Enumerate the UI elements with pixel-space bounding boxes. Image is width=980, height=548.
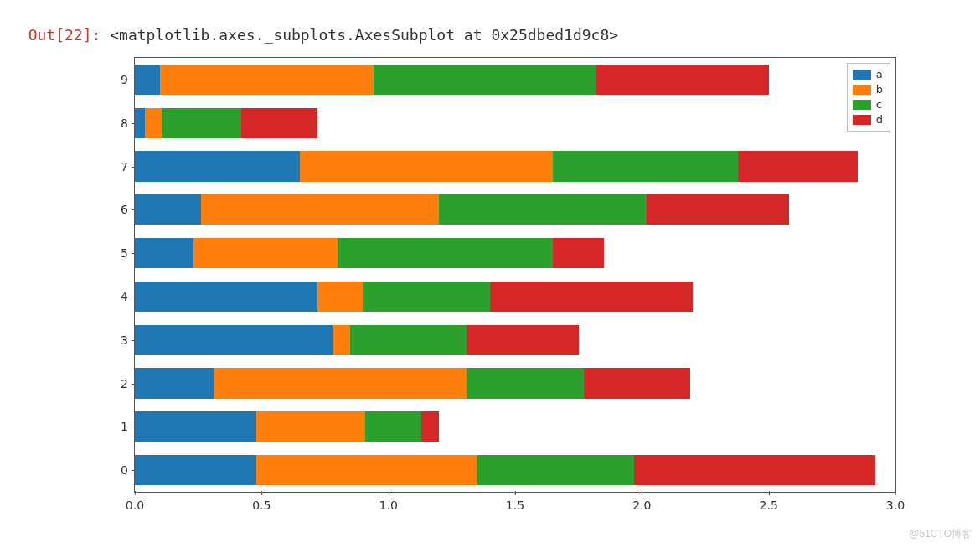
bar-segment-a xyxy=(135,194,201,225)
y-tick-label: 5 xyxy=(121,246,135,260)
y-tick-label: 8 xyxy=(121,116,135,130)
bar-segment-c xyxy=(467,368,583,398)
y-tick-label: 6 xyxy=(121,203,135,216)
legend-swatch-a xyxy=(853,70,871,80)
y-tick-label: 7 xyxy=(121,160,135,173)
bar-segment-b xyxy=(317,282,363,312)
chart-figure: a b c d 01234567890.00.51.01.52.02.53.0 xyxy=(92,42,913,520)
notebook-output-line: Out[22]: <matplotlib.axes._subplots.Axes… xyxy=(10,5,618,45)
bar-segment-a xyxy=(135,282,317,312)
x-tick-label: 2.5 xyxy=(760,492,778,512)
bar-segment-d xyxy=(553,238,604,268)
legend-label-b: b xyxy=(876,82,883,97)
bar-segment-c xyxy=(363,282,489,312)
bar-segment-c xyxy=(162,108,241,138)
bar-segment-c xyxy=(365,411,421,442)
plot-area: a b c d 01234567890.00.51.01.52.02.53.0 xyxy=(134,57,896,493)
x-tick-label: 1.0 xyxy=(379,492,398,512)
bar-segment-a xyxy=(135,151,300,181)
bar-segment-d xyxy=(490,282,693,312)
legend-label-c: c xyxy=(876,97,882,112)
bar-segment-b xyxy=(160,65,373,95)
bar-segment-c xyxy=(374,65,596,95)
bar-segment-d xyxy=(738,151,857,181)
legend-entry-b: b xyxy=(853,82,883,97)
y-tick-label: 0 xyxy=(121,463,135,477)
legend-swatch-d xyxy=(853,115,871,125)
bar-segment-a xyxy=(135,325,333,355)
output-prompt: Out[22]: xyxy=(28,26,111,44)
x-tick-label: 0.5 xyxy=(252,492,271,512)
bar-segment-b xyxy=(256,411,365,442)
y-tick-label: 3 xyxy=(121,333,135,347)
bar-segment-b xyxy=(214,368,467,398)
bar-segment-c xyxy=(553,151,738,181)
bar-segment-b xyxy=(145,108,162,138)
bar-segment-d xyxy=(467,325,578,355)
y-tick-label: 4 xyxy=(121,290,135,303)
legend-label-a: a xyxy=(876,67,883,82)
watermark: @51CTO博客 xyxy=(909,527,972,541)
x-tick-label: 1.5 xyxy=(506,492,524,512)
bar-segment-a xyxy=(135,238,193,268)
legend-entry-a: a xyxy=(853,67,883,82)
bar-segment-a xyxy=(135,108,145,138)
bar-segment-c xyxy=(439,194,647,225)
legend-swatch-b xyxy=(853,85,871,95)
bar-segment-d xyxy=(584,368,690,398)
bar-segment-b xyxy=(333,325,350,355)
bar-segment-c xyxy=(338,238,553,268)
bar-segment-b xyxy=(201,194,440,225)
bar-segment-a xyxy=(135,411,256,442)
bar-segment-c xyxy=(350,325,467,355)
x-tick-label: 2.0 xyxy=(632,492,651,512)
bar-segment-b xyxy=(193,238,338,268)
legend-entry-c: c xyxy=(853,97,883,112)
bar-segment-d xyxy=(241,108,317,138)
bar-segment-d xyxy=(634,455,875,485)
bar-segment-c xyxy=(477,455,635,485)
legend-label-d: d xyxy=(876,112,883,127)
bar-segment-b xyxy=(300,151,554,181)
bar-segment-d xyxy=(596,65,769,95)
legend: a b c d xyxy=(847,63,890,132)
bar-segment-d xyxy=(647,194,788,225)
bar-segment-b xyxy=(256,455,477,485)
bar-segment-a xyxy=(135,65,160,95)
bar-segment-a xyxy=(135,368,214,398)
x-tick-label: 3.0 xyxy=(886,492,905,512)
legend-swatch-c xyxy=(853,100,871,110)
y-tick-label: 2 xyxy=(121,377,135,390)
x-tick-label: 0.0 xyxy=(126,492,144,512)
y-tick-label: 1 xyxy=(121,420,135,433)
bar-segment-a xyxy=(135,455,256,485)
y-tick-label: 9 xyxy=(121,73,135,86)
legend-entry-d: d xyxy=(853,112,883,127)
bar-segment-d xyxy=(421,411,439,442)
output-repr: <matplotlib.axes._subplots.AxesSubplot a… xyxy=(110,26,618,44)
